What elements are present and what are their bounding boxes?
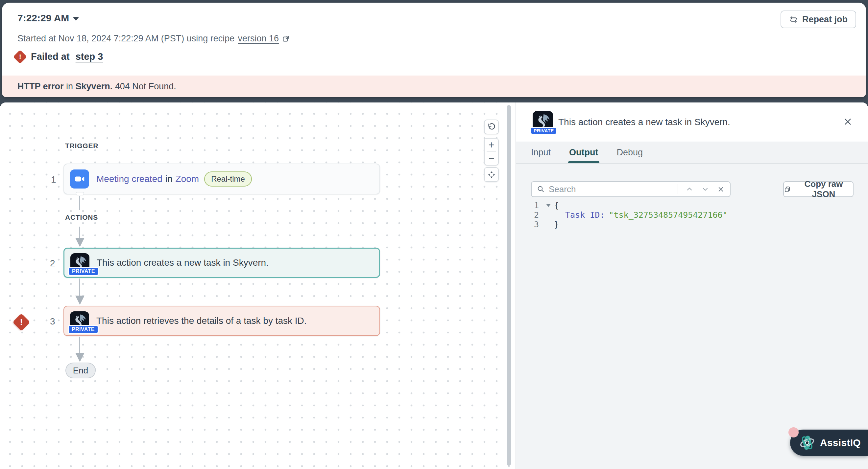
end-node[interactable]: End (65, 363, 96, 378)
json-line: 3 } (531, 220, 727, 229)
json-line: 2 Task ID:"tsk_327534857495427166" (531, 210, 727, 220)
trigger-section-label: TRIGGER (65, 142, 98, 150)
tab-output-label: Output (569, 147, 598, 158)
chevron-up-icon (685, 185, 693, 193)
search-controls (678, 184, 725, 194)
canvas-scrollbar[interactable] (507, 105, 511, 466)
step-1-number: 1 (51, 174, 56, 185)
realtime-badge: Real-time (204, 171, 252, 187)
search-clear-button[interactable] (717, 186, 725, 193)
connector-line-4 (79, 337, 80, 353)
zoom-out-button[interactable]: − (485, 152, 498, 165)
external-link-icon[interactable] (282, 35, 290, 43)
job-time-dropdown[interactable]: 7:22:29 AM (18, 12, 79, 24)
tab-output[interactable]: Output (569, 141, 598, 163)
action-3-text: This action retrieves the details of a t… (96, 315, 307, 326)
action-node-get-task-error[interactable]: PRIVATE This action retrieves the detail… (63, 306, 380, 336)
connector-handle (75, 192, 84, 195)
error-banner-text: in (64, 81, 75, 92)
json-line: 1 { (531, 201, 727, 210)
connector-arrow-3 (75, 353, 85, 362)
job-header-card: 7:22:29 AM Started at Nov 18, 2024 7:22:… (2, 3, 866, 97)
error-diamond-icon: ! (13, 49, 27, 63)
panel-tab-bar: Input Output Debug (516, 141, 868, 164)
repeat-job-label: Repeat job (802, 14, 848, 25)
line-number: 2 (531, 210, 539, 220)
json-open-brace: { (554, 201, 559, 210)
tab-input[interactable]: Input (531, 141, 551, 163)
started-text: Started at Nov 18, 2024 7:22:29 AM (PST)… (18, 34, 235, 44)
close-panel-button[interactable] (842, 115, 854, 127)
failed-text: Failed at (31, 51, 70, 62)
error-banner-app: Skyvern. (75, 81, 113, 92)
json-key: Task ID: (565, 210, 604, 220)
connector-arrow-2 (75, 296, 85, 305)
job-started-line: Started at Nov 18, 2024 7:22:29 AM (PST)… (18, 34, 290, 44)
recipe-version-link[interactable]: version 16 (238, 34, 279, 44)
job-status-line: ! Failed at step 3 (15, 51, 103, 62)
action-2-title: This action creates a new task in Skyver… (97, 258, 269, 268)
trigger-event-text: Meeting created (96, 174, 162, 184)
repeat-job-button[interactable]: Repeat job (780, 10, 856, 28)
step-error-marker-icon: ! (12, 313, 30, 331)
actions-section-label: ACTIONS (65, 213, 98, 221)
panel-header: PRIVATE This action creates a new task i… (516, 102, 868, 141)
tab-debug-label: Debug (617, 147, 643, 158)
atom-icon (799, 434, 816, 451)
assistiq-label: AssistIQ (820, 437, 861, 448)
failed-step-link[interactable]: step 3 (75, 51, 103, 62)
error-banner-detail: 404 Not Found. (113, 81, 176, 92)
json-value: "tsk_327534857495427166" (609, 210, 727, 220)
tab-input-label: Input (531, 147, 551, 158)
reset-view-button[interactable] (484, 120, 499, 134)
line-number: 1 (531, 201, 539, 210)
trigger-node-title: Meeting created in Zoom (96, 174, 199, 184)
step-details-panel: PRIVATE This action creates a new task i… (516, 102, 868, 469)
rotate-ccw-icon (487, 123, 496, 131)
job-time: 7:22:29 AM (18, 12, 69, 24)
copy-icon (784, 186, 791, 193)
search-icon (537, 185, 545, 193)
action-node-create-task-selected[interactable]: PRIVATE This action creates a new task i… (63, 248, 380, 278)
pan-fit-icon (487, 170, 496, 179)
line-number: 3 (531, 220, 539, 229)
search-prev-button[interactable] (685, 185, 693, 193)
close-icon (717, 186, 725, 193)
active-tab-underline (568, 161, 599, 163)
search-next-button[interactable] (701, 185, 709, 193)
notification-dot (788, 427, 799, 437)
connector-line-1 (79, 196, 80, 210)
trigger-node-zoom-meeting-created[interactable]: Meeting created in Zoom Real-time (63, 164, 380, 194)
zoom-controls: + − (484, 138, 499, 166)
tab-debug[interactable]: Debug (617, 141, 643, 163)
json-kv-pair: Task ID:"tsk_327534857495427166" (554, 210, 727, 220)
private-badge: PRIVATE (68, 325, 99, 334)
assistiq-widget[interactable]: AssistIQ (790, 430, 868, 456)
close-icon (843, 117, 852, 126)
private-badge: PRIVATE (530, 127, 557, 135)
json-output-viewer: 1 { 2 Task ID:"tsk_327534857495427166" 3… (531, 201, 727, 229)
private-badge: PRIVATE (68, 267, 99, 276)
fit-view-button[interactable] (484, 167, 499, 182)
zoom-app-icon (70, 169, 89, 189)
error-banner: HTTP error in Skyvern. 404 Not Found. (2, 75, 866, 97)
panel-title: This action creates a new task in Skyver… (558, 117, 730, 127)
error-banner-bold: HTTP error (18, 81, 64, 92)
workflow-canvas[interactable]: TRIGGER 1 Meeting created in Zoom Real-t… (0, 102, 516, 469)
repeat-icon (789, 15, 798, 24)
copy-raw-json-label: Copy raw JSON (794, 179, 853, 199)
connector-line-3 (79, 278, 80, 296)
step-2-number: 2 (50, 258, 55, 269)
collapse-caret-icon[interactable] (546, 204, 551, 207)
connector-line-2 (79, 227, 80, 238)
trigger-in-text: in (165, 174, 173, 184)
copy-raw-json-button[interactable]: Copy raw JSON (783, 181, 854, 197)
step-3-number: 3 (50, 316, 55, 327)
zoom-in-button[interactable]: + (485, 139, 498, 152)
chevron-down-icon (73, 17, 79, 21)
trigger-app-link[interactable]: Zoom (176, 174, 199, 184)
job-detail-body: TRIGGER 1 Meeting created in Zoom Real-t… (0, 102, 868, 469)
action-2-text: This action creates a new task in Skyver… (97, 258, 269, 268)
action-3-title: This action retrieves the details of a t… (96, 315, 307, 326)
search-input[interactable] (549, 184, 674, 194)
